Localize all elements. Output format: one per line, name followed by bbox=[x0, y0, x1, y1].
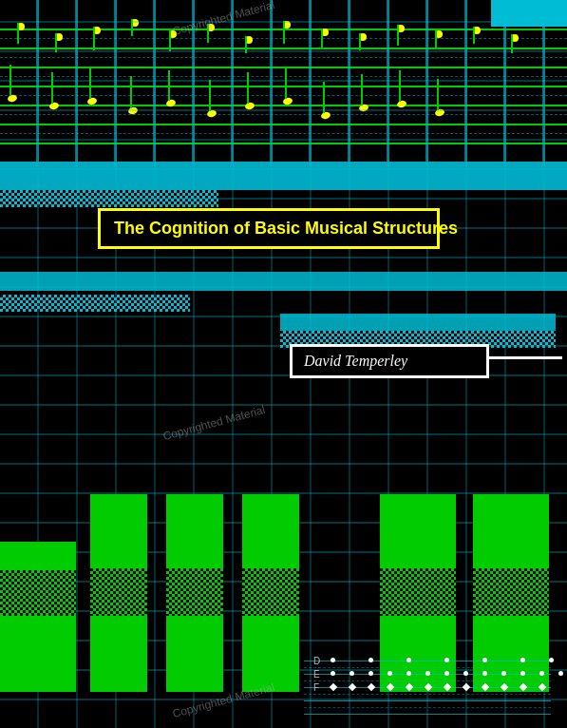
stem-3 bbox=[93, 27, 95, 50]
bottom-dash-1 bbox=[304, 667, 551, 668]
stem-r2-6 bbox=[209, 80, 211, 111]
stem-11 bbox=[397, 25, 399, 46]
green-block-b1 bbox=[0, 616, 76, 692]
bottom-dot-e4 bbox=[387, 671, 392, 676]
dash-line-2 bbox=[0, 57, 567, 58]
watermark-middle: Copyrighted Material bbox=[161, 403, 267, 443]
green-block-b4 bbox=[242, 616, 299, 692]
bottom-dot-d2 bbox=[369, 658, 373, 662]
green-block-6 bbox=[473, 494, 549, 570]
dash-line-6 bbox=[0, 133, 567, 134]
bottom-dot-e1 bbox=[331, 671, 335, 676]
bottom-dot-d1 bbox=[331, 658, 335, 662]
checker-green-4 bbox=[242, 568, 299, 616]
author-name: David Temperley bbox=[304, 353, 407, 369]
green-block-5 bbox=[380, 494, 456, 570]
label-d: D bbox=[313, 656, 320, 666]
checker-cyan-2 bbox=[0, 295, 190, 312]
green-block-b2 bbox=[90, 616, 147, 692]
bottom-line-5 bbox=[304, 714, 551, 715]
dash-line-5 bbox=[0, 114, 567, 115]
bottom-dash-4 bbox=[304, 707, 551, 708]
stem-13 bbox=[473, 27, 475, 44]
bottom-dot-e11 bbox=[520, 671, 525, 676]
green-block-1 bbox=[90, 494, 147, 570]
bottom-dot-d4 bbox=[444, 658, 449, 662]
stem-9 bbox=[321, 29, 323, 48]
bottom-dot-d6 bbox=[520, 658, 525, 662]
bottom-dot-e10 bbox=[501, 671, 506, 676]
stem-7 bbox=[245, 36, 247, 53]
stem-r2-1 bbox=[9, 65, 11, 96]
checker-cyan-1 bbox=[0, 190, 218, 207]
stem-1 bbox=[17, 23, 19, 44]
stem-r2-5 bbox=[168, 70, 170, 101]
checker-green-5 bbox=[380, 568, 456, 616]
stem-r2-12 bbox=[437, 79, 439, 110]
bottom-line-1 bbox=[304, 661, 551, 661]
title-box: The Cognition of Basic Musical Structure… bbox=[98, 208, 440, 249]
cyan-band-1 bbox=[0, 162, 567, 190]
checker-green-1 bbox=[0, 570, 76, 618]
author-box: David Temperley bbox=[290, 344, 489, 378]
bottom-dot-e13 bbox=[558, 671, 563, 676]
cyan-band-2 bbox=[0, 272, 567, 291]
stem-10 bbox=[359, 33, 361, 50]
dash-line-4 bbox=[0, 95, 567, 96]
bottom-dot-e9 bbox=[482, 671, 487, 676]
book-title: The Cognition of Basic Musical Structure… bbox=[114, 219, 458, 238]
stem-r2-8 bbox=[285, 68, 287, 99]
checker-green-6 bbox=[473, 568, 549, 616]
green-block-b3 bbox=[166, 616, 223, 692]
bottom-dot-e8 bbox=[463, 671, 468, 676]
bottom-dot-e5 bbox=[406, 671, 411, 676]
stem-5 bbox=[169, 30, 171, 51]
stem-r2-11 bbox=[399, 70, 401, 102]
dash-line-3 bbox=[0, 76, 567, 77]
green-block-3 bbox=[242, 494, 299, 570]
stem-12 bbox=[435, 30, 437, 49]
bottom-dot-f2 bbox=[349, 683, 356, 691]
bottom-dot-d3 bbox=[406, 658, 411, 662]
stem-4 bbox=[131, 19, 133, 36]
bottom-dot-f1 bbox=[330, 683, 337, 691]
label-e: E bbox=[313, 669, 320, 680]
bottom-line-4 bbox=[304, 700, 551, 701]
bottom-dot-e7 bbox=[444, 671, 449, 676]
stem-r2-9 bbox=[323, 82, 325, 113]
stem-r2-10 bbox=[361, 74, 363, 105]
bottom-dot-f8 bbox=[463, 683, 470, 691]
bottom-dot-d7 bbox=[549, 658, 554, 662]
stem-r2-2 bbox=[51, 72, 53, 104]
bottom-dash-2 bbox=[304, 680, 551, 681]
stem-6 bbox=[207, 24, 209, 43]
checker-green-3 bbox=[166, 568, 223, 616]
bottom-dot-f3 bbox=[368, 683, 375, 691]
bottom-dot-e6 bbox=[425, 671, 430, 676]
checker-green-2 bbox=[90, 568, 147, 616]
stem-14 bbox=[511, 34, 513, 53]
stem-2 bbox=[55, 33, 57, 52]
bottom-dot-e3 bbox=[369, 671, 373, 676]
green-block-2 bbox=[166, 494, 223, 570]
stem-r2-4 bbox=[130, 76, 132, 108]
cyan-box-top-right bbox=[491, 0, 567, 27]
stem-r2-7 bbox=[247, 72, 249, 104]
stem-8 bbox=[283, 21, 285, 44]
author-line bbox=[486, 356, 562, 359]
bottom-dot-e12 bbox=[539, 671, 544, 676]
bottom-dot-e2 bbox=[350, 671, 354, 676]
book-cover: The Cognition of Basic Musical Structure… bbox=[0, 0, 567, 728]
bottom-dot-d5 bbox=[482, 658, 487, 662]
stem-r2-3 bbox=[89, 68, 91, 99]
bottom-dash-3 bbox=[304, 694, 551, 695]
label-f: F bbox=[313, 682, 319, 693]
